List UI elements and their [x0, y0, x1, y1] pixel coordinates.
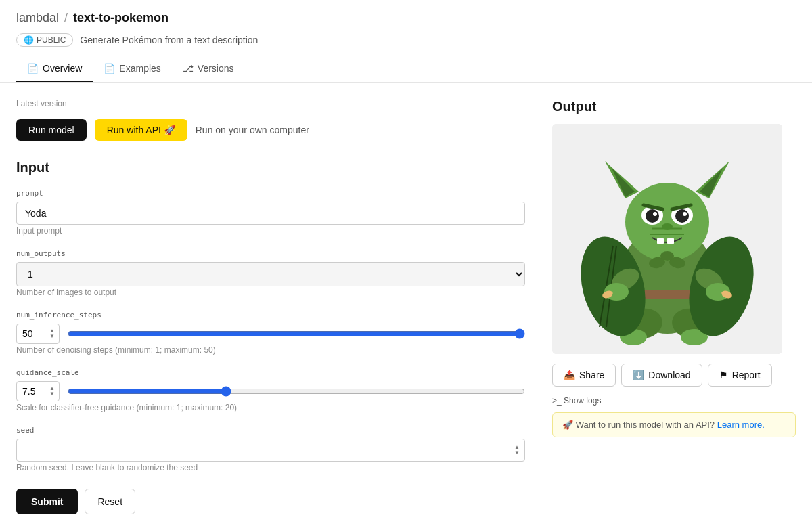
seed-label: seed	[16, 426, 525, 435]
share-icon: 📤	[564, 370, 575, 380]
svg-point-32	[662, 223, 673, 230]
seed-hint: Random seed. Leave blank to randomize th…	[16, 463, 198, 473]
svg-point-28	[653, 212, 657, 216]
inference-steps-number-box: ▲ ▼	[16, 324, 60, 344]
output-section-title: Output	[552, 99, 796, 114]
action-button-row: Run model Run with API 🚀 Run on your own…	[16, 119, 525, 141]
inference-steps-label: num_inference_steps	[16, 311, 525, 320]
page-header: lambdal / text-to-pokemon 🌐 PUBLIC Gener…	[0, 0, 812, 83]
api-banner: 🚀 Want to run this model with an API? Le…	[552, 412, 796, 437]
globe-icon: 🌐	[24, 35, 34, 45]
seed-down[interactable]: ▼	[513, 450, 521, 456]
guidance-scale-number-box: ▲ ▼	[16, 381, 60, 401]
report-button[interactable]: ⚑ Report	[708, 364, 772, 387]
nav-tabs: 📄 Overview 📄 Examples ⎇ Versions	[16, 56, 796, 82]
guidance-scale-field-group: guidance_scale ▲ ▼ Scale for classifier-…	[16, 368, 525, 412]
num-outputs-hint: Number of images to output	[16, 288, 116, 297]
prompt-hint: Input prompt	[16, 226, 62, 236]
inference-steps-spinners: ▲ ▼	[48, 328, 56, 339]
show-logs[interactable]: >_ Show logs	[552, 396, 796, 406]
public-badge: 🌐 PUBLIC	[16, 33, 73, 47]
guidance-scale-label: guidance_scale	[16, 368, 525, 377]
seed-field-group: seed ▲ ▼ Random seed. Leave blank to ran…	[16, 426, 525, 473]
guidance-scale-input[interactable]	[22, 386, 47, 397]
svg-point-37	[660, 251, 674, 261]
inference-steps-slider[interactable]	[68, 328, 525, 339]
svg-rect-33	[657, 238, 664, 244]
guidance-scale-slider[interactable]	[68, 386, 525, 397]
repo-description: Generate Pokémon from a text description	[80, 35, 258, 45]
tab-examples[interactable]: 📄 Examples	[93, 56, 171, 82]
guidance-scale-down[interactable]: ▼	[48, 391, 56, 397]
version-label: Latest version	[16, 99, 525, 108]
share-button[interactable]: 📤 Share	[552, 364, 616, 387]
reset-button[interactable]: Reset	[85, 489, 135, 514]
guidance-scale-hint: Scale for classifier-free guidance (mini…	[16, 403, 237, 412]
versions-icon: ⎇	[183, 63, 194, 74]
output-actions: 📤 Share ⬇️ Download ⚑ Report	[552, 364, 796, 387]
api-learn-more-link[interactable]: Learn more.	[717, 420, 765, 430]
run-computer-button[interactable]: Run on your own computer	[196, 119, 309, 141]
right-panel: Output	[552, 99, 796, 514]
seed-input[interactable]	[16, 439, 525, 462]
guidance-scale-spinners: ▲ ▼	[48, 386, 56, 397]
inference-steps-hint: Number of denoising steps (minimum: 1; m…	[16, 345, 216, 355]
svg-rect-34	[667, 238, 674, 244]
prompt-input[interactable]	[16, 202, 525, 225]
prompt-field-group: prompt Input prompt	[16, 189, 525, 236]
seed-spinners: ▲ ▼	[513, 445, 521, 456]
svg-point-26	[646, 209, 659, 223]
repo-owner: lambdal	[16, 11, 59, 25]
inference-steps-input[interactable]	[22, 328, 47, 339]
breadcrumb-separator: /	[64, 11, 68, 25]
seed-input-wrap: ▲ ▼	[16, 439, 525, 462]
main-content: Latest version Run model Run with API 🚀 …	[0, 83, 812, 526]
svg-point-27	[675, 209, 689, 223]
pokemon-image	[552, 124, 782, 354]
left-panel: Latest version Run model Run with API 🚀 …	[16, 99, 525, 514]
output-image-box	[552, 124, 782, 354]
inference-steps-row: ▲ ▼	[16, 324, 525, 344]
num-outputs-select[interactable]: 1 2 3 4	[16, 262, 525, 286]
overview-icon: 📄	[27, 63, 39, 74]
prompt-label: prompt	[16, 189, 525, 198]
run-api-label: Run with API 🚀	[107, 125, 175, 135]
tab-overview[interactable]: 📄 Overview	[16, 56, 93, 82]
examples-icon: 📄	[104, 63, 115, 74]
num-outputs-field-group: num_outputs 1 2 3 4 Number of images to …	[16, 249, 525, 297]
repo-meta: 🌐 PUBLIC Generate Pokémon from a text de…	[16, 33, 796, 47]
download-button[interactable]: ⬇️ Download	[621, 364, 702, 387]
repo-name: text-to-pokemon	[73, 11, 168, 25]
breadcrumb: lambdal / text-to-pokemon	[16, 11, 796, 25]
svg-point-17	[625, 183, 709, 261]
run-api-button[interactable]: Run with API 🚀	[95, 119, 187, 141]
submit-row: Submit Reset	[16, 489, 525, 514]
num-outputs-label: num_outputs	[16, 249, 525, 258]
input-section-title: Input	[16, 160, 525, 175]
report-icon: ⚑	[719, 370, 728, 380]
run-model-button[interactable]: Run model	[16, 119, 87, 141]
inference-steps-down[interactable]: ▼	[48, 334, 56, 339]
guidance-scale-row: ▲ ▼	[16, 381, 525, 401]
download-icon: ⬇️	[633, 370, 644, 380]
svg-point-29	[683, 212, 687, 216]
inference-steps-field-group: num_inference_steps ▲ ▼ Number of denois…	[16, 311, 525, 355]
submit-button[interactable]: Submit	[16, 489, 78, 514]
tab-versions[interactable]: ⎇ Versions	[172, 56, 245, 82]
